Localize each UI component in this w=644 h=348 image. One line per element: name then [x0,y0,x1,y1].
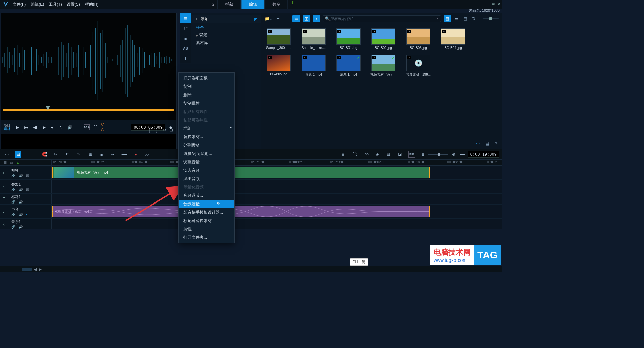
gif-button[interactable]: GIF [408,151,415,158]
context-menu-item[interactable]: 复制 [179,82,234,91]
cut-tool-button[interactable]: ✂ [52,151,59,158]
play-button[interactable]: ▶ [14,124,20,130]
snap-button[interactable]: 🧲 [41,151,48,158]
tool-a[interactable]: ▦ [87,151,93,158]
lock-icon[interactable]: ⊞ [26,174,29,177]
refresh-button[interactable]: ✦ [274,15,282,22]
add-media-button[interactable]: ＋ 添加 ◤ [191,15,261,23]
mark-out-button[interactable]: 〛 [156,128,160,133]
tool-e[interactable]: ⊞ [340,151,346,158]
minimize-button[interactable]: — [486,1,489,6]
next-clip-button[interactable]: ⏭ [49,124,55,130]
filter-video-button[interactable]: ▭ [292,15,300,22]
tool-h[interactable]: ▦ [385,151,392,158]
undo-button[interactable]: ↶ [64,151,70,158]
context-menu-item[interactable]: 调整音量... [179,158,234,166]
aspect-label[interactable]: 16:9 [84,124,90,130]
zoom-out-button[interactable]: ⊖ [420,151,426,158]
thumbnail-zoom-slider[interactable] [483,18,499,19]
tree-item-sample[interactable]: 样本 [191,23,261,31]
context-menu-item[interactable]: 复制属性 [179,99,234,108]
va-toggle[interactable]: V A [101,124,107,130]
timeline-ruler[interactable]: ☰ ▤ ▲ 00:00:00:0000:00:02:0000:00:04:000… [0,160,502,166]
context-menu-item[interactable]: 属性... [179,225,234,233]
filter-photo-button[interactable]: ◫ [303,15,310,22]
thumbnail-item[interactable]: ▹Sample_Lake.... [300,28,327,50]
tool-c[interactable]: ↔ [109,151,116,158]
context-menu-item[interactable]: 标记可替换素材 [179,217,234,225]
tool-d[interactable]: ⟷ [121,151,127,158]
loop-button[interactable]: ↻ [58,124,64,130]
menu-tools[interactable]: 工具(T) [49,2,62,7]
thumbnail-item[interactable]: ▹BG-B02.jpg [370,28,397,50]
video-clip[interactable]: 视频素材（总）.mp4 [52,167,430,178]
context-menu-item[interactable]: 打开选项面板 [179,74,234,82]
cut-button[interactable]: ✂ [163,128,166,133]
search-input[interactable] [330,17,436,21]
close-button[interactable]: ✕ [498,1,500,6]
mixer-button[interactable]: ♪♪ [144,151,150,158]
context-menu-item[interactable]: 群组▶ [179,124,234,133]
context-menu-item[interactable]: 替换素材... [179,133,234,141]
tool-i[interactable]: ◪ [397,151,404,158]
timeline-view-button[interactable]: ▤ [15,151,21,158]
thumbnail-item[interactable]: ▹✔屏幕 1.mp4 [335,55,362,77]
scroll-right[interactable]: ▶ [39,267,42,272]
footer-options-button[interactable]: ▤ [483,140,491,147]
filter-audio-button[interactable]: ♪ [313,15,320,22]
bottom-scrollbar[interactable]: ◀ ▶ [0,266,502,272]
tree-item-library[interactable]: 素材库 [191,39,261,47]
ruler-icon-a[interactable]: ☰ [4,161,7,164]
thumbnail-item[interactable]: ▹Sample_360.m... [265,28,292,50]
context-menu-item[interactable]: 速度/时间流逝... [179,150,234,158]
redo-button[interactable]: ↷ [75,151,82,158]
mute-icon[interactable]: 🔊 [19,174,23,177]
tab-capture[interactable]: 捕获 [218,0,241,9]
zoom-slider[interactable] [428,154,448,155]
title-category-icon[interactable]: AB [180,43,191,53]
thumbnail-item[interactable]: ▹BG-B05.jpg [265,55,292,77]
fit-button[interactable]: ⟷ [459,151,466,158]
context-menu-item[interactable]: 打开文件夹... [179,233,234,242]
thumbnail-item[interactable]: ▹BG-B01.jpg [335,28,362,50]
volume-button[interactable]: 🔊 [67,124,73,130]
footer-edit-button[interactable]: ✎ [493,140,500,147]
text-category-icon[interactable]: T [180,53,191,63]
tab-edit[interactable]: 编辑 [241,0,265,9]
context-menu-item[interactable]: 影音快手模板设计器... [179,208,234,217]
menu-help[interactable]: 帮助(H) [85,2,99,7]
corner-label-clip[interactable]: 素材 [4,127,10,131]
t3d-button[interactable]: T3D [363,151,369,158]
upload-icon[interactable]: ⬆ [291,0,295,9]
view-grid-button[interactable]: ▤ [461,15,469,22]
transition-category-icon[interactable]: ▣ [180,33,191,43]
mark-in-button[interactable]: 〚 [148,128,152,133]
context-menu-item[interactable]: 删除 [179,91,234,99]
prev-frame-button[interactable]: ◀I [32,124,38,130]
thumbnail-item[interactable]: 💿▹音频素材 - 196... [405,55,432,77]
thumbnail-item[interactable]: ▹屏幕 1.mp4 [300,55,327,77]
sort-button[interactable]: ⇅ [470,15,477,22]
context-menu-item[interactable]: 音频滤镜...✥ [179,200,234,208]
import-folder-button[interactable]: 📁₊ [264,15,272,22]
audio-clip[interactable]: ✦ 视频素材（总）.mp4 [52,206,430,217]
storyboard-view-button[interactable]: ▭ [3,151,10,158]
search-box[interactable]: 🔍 × [323,15,441,22]
menu-edit[interactable]: 编辑(E) [31,2,44,7]
tool-b[interactable]: ▣ [98,151,105,158]
view-list-button[interactable]: ☰ [452,15,460,22]
link-icon[interactable]: 🔗 [11,174,15,177]
zoom-in-button[interactable]: ⊕ [450,151,457,158]
context-menu-item[interactable]: 淡出音频 [179,175,234,183]
maximize-button[interactable]: ▭ [492,1,495,6]
context-menu-item[interactable]: 淡入音频 [179,166,234,175]
split-button[interactable]: ⊟ [170,128,173,133]
timeline-timecode[interactable]: 0:00:19:009 [468,151,499,158]
tab-share[interactable]: 共享 [265,0,288,9]
context-menu-item[interactable]: 音频调节... [179,191,234,200]
menu-settings[interactable]: 设置(S) [67,2,80,7]
record-button[interactable]: ● [132,151,139,158]
audio-category-icon[interactable]: ♪⁺ [180,23,191,33]
scroll-thumb[interactable] [22,268,32,271]
scroll-left[interactable]: ◀ [34,267,37,272]
